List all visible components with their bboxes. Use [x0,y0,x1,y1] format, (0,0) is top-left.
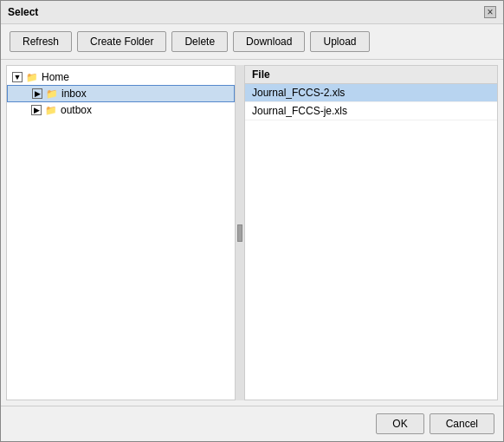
toolbar: Refresh Create Folder Delete Download Up… [1,24,503,60]
tree-item-outbox[interactable]: ▶ 📁 outbox [7,102,235,118]
download-button[interactable]: Download [233,31,305,52]
splitter[interactable] [236,65,244,400]
file-name: Journal_FCCS-je.xls [252,105,347,117]
content-area: ▼ 📁 Home ▶ 📁 inbox ▶ 📁 outbox File [1,60,503,406]
inbox-folder-icon: 📁 [46,88,58,100]
inbox-label: inbox [61,88,87,100]
delete-button[interactable]: Delete [171,31,228,52]
outbox-folder-icon: 📁 [45,105,57,116]
file-panel: File Journal_FCCS-2.xls Journal_FCCS-je.… [244,65,498,400]
home-chevron[interactable]: ▼ [12,72,23,82]
home-label: Home [42,71,69,83]
file-panel-header: File [245,66,497,84]
refresh-button[interactable]: Refresh [10,31,72,52]
file-name: Journal_FCCS-2.xls [252,87,345,99]
ok-button[interactable]: OK [376,413,423,434]
dialog-title: Select [8,6,38,18]
tree-item-inbox[interactable]: ▶ 📁 inbox [7,85,235,102]
inbox-chevron[interactable]: ▶ [32,88,42,99]
splitter-handle[interactable] [237,224,242,242]
close-button[interactable]: × [484,6,496,18]
outbox-label: outbox [61,104,92,116]
file-row[interactable]: Journal_FCCS-je.xls [245,102,497,120]
tree-item-home[interactable]: ▼ 📁 Home [7,69,235,85]
home-folder-icon: 📁 [26,72,38,83]
create-folder-button[interactable]: Create Folder [77,31,166,52]
select-dialog: Select × Refresh Create Folder Delete Do… [0,0,504,442]
cancel-button[interactable]: Cancel [430,413,494,434]
footer: OK Cancel [1,406,503,441]
tree-panel: ▼ 📁 Home ▶ 📁 inbox ▶ 📁 outbox [6,65,236,400]
upload-button[interactable]: Upload [310,31,369,52]
outbox-chevron[interactable]: ▶ [31,105,42,115]
title-bar: Select × [1,1,503,24]
file-row[interactable]: Journal_FCCS-2.xls [245,84,497,102]
